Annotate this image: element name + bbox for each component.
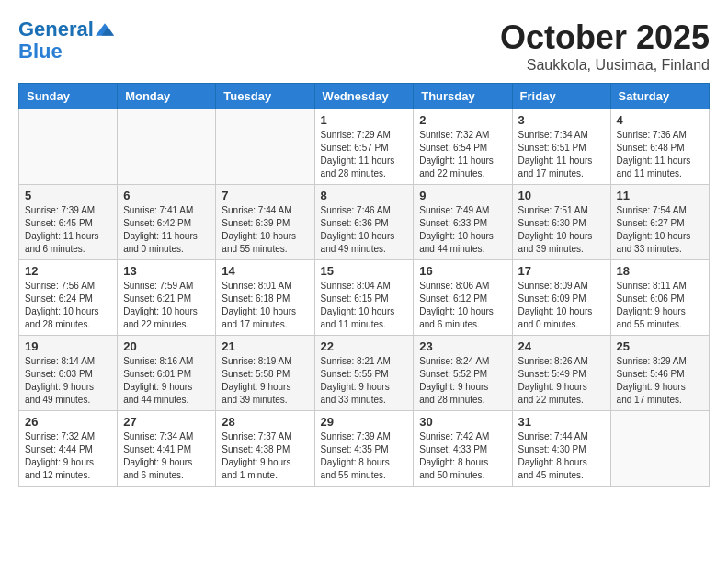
calendar-cell: 26Sunrise: 7:32 AM Sunset: 4:44 PM Dayli… — [19, 411, 118, 487]
day-number: 12 — [25, 264, 111, 278]
logo: General Blue — [18, 18, 114, 63]
day-number: 5 — [25, 189, 111, 202]
day-number: 26 — [25, 415, 111, 429]
day-info: Sunrise: 7:39 AM Sunset: 4:35 PM Dayligh… — [321, 431, 408, 482]
day-info: Sunrise: 8:16 AM Sunset: 6:01 PM Dayligh… — [123, 355, 210, 407]
logo-icon — [96, 20, 114, 39]
calendar-cell: 2Sunrise: 7:32 AM Sunset: 6:54 PM Daylig… — [414, 109, 512, 185]
calendar-week-4: 19Sunrise: 8:14 AM Sunset: 6:03 PM Dayli… — [19, 336, 710, 411]
calendar-header-row: SundayMondayTuesdayWednesdayThursdayFrid… — [19, 84, 710, 109]
calendar-cell: 19Sunrise: 8:14 AM Sunset: 6:03 PM Dayli… — [19, 336, 118, 411]
day-number: 13 — [123, 264, 210, 278]
calendar-cell — [610, 411, 709, 487]
calendar-cell: 24Sunrise: 8:26 AM Sunset: 5:49 PM Dayli… — [512, 336, 610, 411]
title-block: October 2025 Saukkola, Uusimaa, Finland — [500, 18, 710, 74]
day-number: 6 — [123, 189, 210, 202]
calendar-cell — [216, 109, 314, 185]
day-number: 14 — [222, 264, 308, 278]
day-number: 19 — [25, 339, 111, 353]
calendar-cell: 6Sunrise: 7:41 AM Sunset: 6:42 PM Daylig… — [118, 185, 216, 260]
location-subtitle: Saukkola, Uusimaa, Finland — [500, 57, 710, 74]
day-number: 25 — [617, 339, 703, 353]
page-header: General Blue October 2025 Saukkola, Uusi… — [18, 18, 710, 74]
weekday-header-monday: Monday — [118, 84, 216, 109]
calendar-cell: 20Sunrise: 8:16 AM Sunset: 6:01 PM Dayli… — [118, 336, 216, 411]
day-info: Sunrise: 7:39 AM Sunset: 6:45 PM Dayligh… — [25, 204, 111, 256]
day-number: 9 — [419, 189, 506, 202]
day-info: Sunrise: 7:56 AM Sunset: 6:24 PM Dayligh… — [25, 280, 111, 331]
day-info: Sunrise: 7:37 AM Sunset: 4:38 PM Dayligh… — [222, 431, 308, 482]
day-number: 21 — [222, 339, 308, 353]
day-number: 18 — [617, 264, 703, 278]
day-info: Sunrise: 7:32 AM Sunset: 4:44 PM Dayligh… — [25, 431, 111, 482]
day-info: Sunrise: 7:41 AM Sunset: 6:42 PM Dayligh… — [123, 204, 210, 256]
day-info: Sunrise: 8:14 AM Sunset: 6:03 PM Dayligh… — [25, 355, 111, 407]
day-number: 24 — [518, 339, 605, 353]
calendar-week-3: 12Sunrise: 7:56 AM Sunset: 6:24 PM Dayli… — [19, 260, 710, 336]
weekday-header-saturday: Saturday — [610, 84, 709, 109]
day-number: 16 — [419, 264, 506, 278]
day-number: 3 — [518, 113, 605, 127]
calendar-week-2: 5Sunrise: 7:39 AM Sunset: 6:45 PM Daylig… — [19, 185, 710, 260]
day-number: 4 — [617, 113, 703, 127]
logo-text: General — [18, 18, 94, 40]
calendar-cell: 27Sunrise: 7:34 AM Sunset: 4:41 PM Dayli… — [118, 411, 216, 487]
calendar-cell: 25Sunrise: 8:29 AM Sunset: 5:46 PM Dayli… — [610, 336, 709, 411]
day-info: Sunrise: 8:04 AM Sunset: 6:15 PM Dayligh… — [321, 280, 408, 331]
day-info: Sunrise: 8:09 AM Sunset: 6:09 PM Dayligh… — [518, 280, 605, 331]
calendar-cell: 4Sunrise: 7:36 AM Sunset: 6:48 PM Daylig… — [610, 109, 709, 185]
calendar-cell: 1Sunrise: 7:29 AM Sunset: 6:57 PM Daylig… — [314, 109, 414, 185]
day-number: 7 — [222, 189, 308, 202]
day-info: Sunrise: 8:29 AM Sunset: 5:46 PM Dayligh… — [617, 355, 703, 407]
day-info: Sunrise: 7:36 AM Sunset: 6:48 PM Dayligh… — [617, 129, 703, 180]
calendar-cell: 16Sunrise: 8:06 AM Sunset: 6:12 PM Dayli… — [414, 260, 512, 336]
weekday-header-thursday: Thursday — [414, 84, 512, 109]
calendar-cell: 3Sunrise: 7:34 AM Sunset: 6:51 PM Daylig… — [512, 109, 610, 185]
day-number: 29 — [321, 415, 408, 429]
day-number: 28 — [222, 415, 308, 429]
day-info: Sunrise: 7:54 AM Sunset: 6:27 PM Dayligh… — [617, 204, 703, 256]
day-info: Sunrise: 7:51 AM Sunset: 6:30 PM Dayligh… — [518, 204, 605, 256]
day-number: 22 — [321, 339, 408, 353]
calendar-cell: 22Sunrise: 8:21 AM Sunset: 5:55 PM Dayli… — [314, 336, 414, 411]
day-number: 23 — [419, 339, 506, 353]
day-info: Sunrise: 8:24 AM Sunset: 5:52 PM Dayligh… — [419, 355, 506, 407]
calendar-cell: 7Sunrise: 7:44 AM Sunset: 6:39 PM Daylig… — [216, 185, 314, 260]
day-info: Sunrise: 7:32 AM Sunset: 6:54 PM Dayligh… — [419, 129, 506, 180]
calendar-cell: 5Sunrise: 7:39 AM Sunset: 6:45 PM Daylig… — [19, 185, 118, 260]
calendar-cell: 10Sunrise: 7:51 AM Sunset: 6:30 PM Dayli… — [512, 185, 610, 260]
weekday-header-sunday: Sunday — [19, 84, 118, 109]
day-info: Sunrise: 7:34 AM Sunset: 4:41 PM Dayligh… — [123, 431, 210, 482]
calendar-cell — [19, 109, 118, 185]
calendar-cell — [118, 109, 216, 185]
logo-blue: Blue — [18, 40, 114, 63]
day-number: 2 — [419, 113, 506, 127]
day-number: 8 — [321, 189, 408, 202]
day-info: Sunrise: 8:06 AM Sunset: 6:12 PM Dayligh… — [419, 280, 506, 331]
calendar-cell: 9Sunrise: 7:49 AM Sunset: 6:33 PM Daylig… — [414, 185, 512, 260]
day-info: Sunrise: 8:19 AM Sunset: 5:58 PM Dayligh… — [222, 355, 308, 407]
calendar-cell: 12Sunrise: 7:56 AM Sunset: 6:24 PM Dayli… — [19, 260, 118, 336]
day-info: Sunrise: 7:42 AM Sunset: 4:33 PM Dayligh… — [419, 431, 506, 482]
day-info: Sunrise: 7:34 AM Sunset: 6:51 PM Dayligh… — [518, 129, 605, 180]
calendar-week-1: 1Sunrise: 7:29 AM Sunset: 6:57 PM Daylig… — [19, 109, 710, 185]
day-number: 27 — [123, 415, 210, 429]
calendar-cell: 15Sunrise: 8:04 AM Sunset: 6:15 PM Dayli… — [314, 260, 414, 336]
calendar-cell: 29Sunrise: 7:39 AM Sunset: 4:35 PM Dayli… — [314, 411, 414, 487]
day-info: Sunrise: 7:44 AM Sunset: 6:39 PM Dayligh… — [222, 204, 308, 256]
day-number: 1 — [321, 113, 408, 127]
day-info: Sunrise: 8:26 AM Sunset: 5:49 PM Dayligh… — [518, 355, 605, 407]
day-info: Sunrise: 8:11 AM Sunset: 6:06 PM Dayligh… — [617, 280, 703, 331]
day-info: Sunrise: 7:29 AM Sunset: 6:57 PM Dayligh… — [321, 129, 408, 180]
calendar-cell: 31Sunrise: 7:44 AM Sunset: 4:30 PM Dayli… — [512, 411, 610, 487]
day-number: 10 — [518, 189, 605, 202]
day-info: Sunrise: 8:01 AM Sunset: 6:18 PM Dayligh… — [222, 280, 308, 331]
day-number: 20 — [123, 339, 210, 353]
calendar-cell: 30Sunrise: 7:42 AM Sunset: 4:33 PM Dayli… — [414, 411, 512, 487]
calendar-cell: 28Sunrise: 7:37 AM Sunset: 4:38 PM Dayli… — [216, 411, 314, 487]
month-title: October 2025 — [500, 18, 710, 57]
day-number: 17 — [518, 264, 605, 278]
day-info: Sunrise: 7:46 AM Sunset: 6:36 PM Dayligh… — [321, 204, 408, 256]
day-info: Sunrise: 8:21 AM Sunset: 5:55 PM Dayligh… — [321, 355, 408, 407]
calendar-cell: 11Sunrise: 7:54 AM Sunset: 6:27 PM Dayli… — [610, 185, 709, 260]
